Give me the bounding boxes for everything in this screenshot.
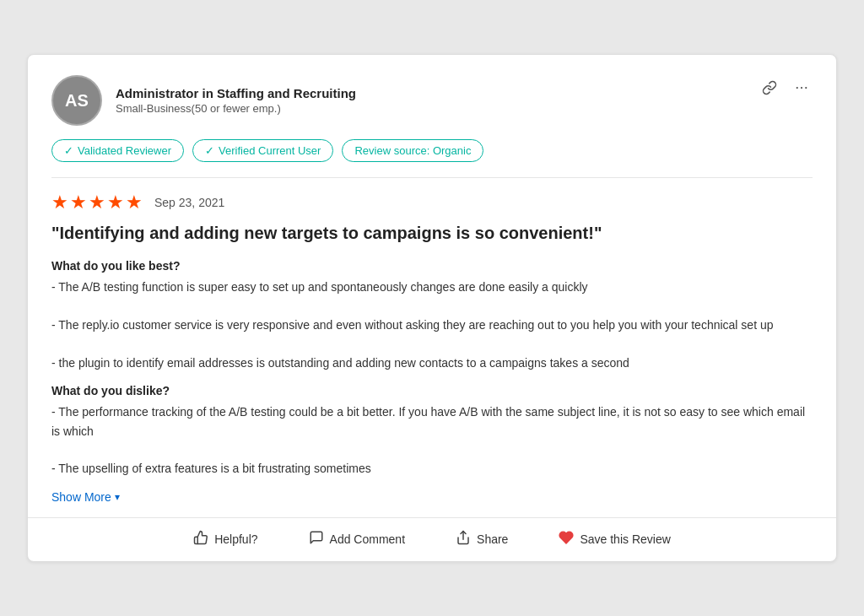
share-icon [456, 530, 471, 549]
verified-user-badge: ✓ Verified Current User [192, 139, 333, 162]
share-button[interactable]: Share [456, 530, 508, 549]
star-rating: ★ ★ ★ ★ ★ [51, 192, 143, 213]
share-label: Share [477, 532, 508, 546]
card-body: AS Administrator in Staffing and Recruit… [28, 55, 836, 517]
save-review-label: Save this Review [580, 532, 670, 546]
reviewer-sub: Small-Business(50 or fewer emp.) [116, 102, 356, 115]
section-divider [51, 177, 813, 178]
review-source-badge: Review source: Organic [342, 139, 483, 162]
comment-icon [309, 530, 324, 549]
badge-check-icon: ✓ [64, 144, 73, 157]
svg-point-0 [796, 87, 798, 89]
star-1: ★ [51, 192, 68, 213]
dislike-text: - The performance tracking of the A/B te… [51, 403, 813, 478]
show-more-button[interactable]: Show More ▾ [51, 490, 120, 504]
chevron-down-icon: ▾ [115, 491, 120, 503]
star-5: ★ [126, 192, 143, 213]
helpful-label: Helpful? [214, 532, 257, 546]
star-2: ★ [70, 192, 87, 213]
more-options-button[interactable] [791, 78, 813, 101]
validated-reviewer-badge: ✓ Validated Reviewer [51, 139, 184, 162]
helpful-button[interactable]: Helpful? [193, 530, 257, 549]
heart-icon [559, 530, 574, 549]
reviewer-info: AS Administrator in Staffing and Recruit… [51, 75, 356, 126]
review-title: "Identifying and adding new targets to c… [51, 222, 813, 244]
star-4: ★ [107, 192, 124, 213]
save-review-button[interactable]: Save this Review [559, 530, 670, 549]
svg-point-1 [801, 87, 802, 89]
add-comment-button[interactable]: Add Comment [309, 530, 405, 549]
header-icons [759, 75, 813, 101]
card-footer: Helpful? Add Comment Share [28, 517, 836, 561]
like-text: - The A/B testing function is super easy… [51, 278, 813, 372]
reviewer-details: Administrator in Staffing and Recruiting… [116, 86, 356, 115]
show-more-label: Show More [51, 490, 111, 504]
header-row: AS Administrator in Staffing and Recruit… [51, 75, 813, 126]
badge-check-icon-2: ✓ [205, 144, 214, 157]
review-date: Sep 23, 2021 [154, 196, 224, 209]
link-icon-button[interactable] [759, 78, 780, 101]
reviewer-name: Administrator in Staffing and Recruiting [116, 86, 356, 100]
like-label: What do you like best? [51, 259, 813, 273]
badges-row: ✓ Validated Reviewer ✓ Verified Current … [51, 139, 813, 162]
thumbs-up-icon [193, 530, 208, 549]
stars-date-row: ★ ★ ★ ★ ★ Sep 23, 2021 [51, 192, 813, 213]
avatar: AS [51, 75, 102, 126]
star-3: ★ [89, 192, 105, 213]
svg-point-2 [805, 87, 807, 89]
dislike-label: What do you dislike? [51, 384, 813, 397]
add-comment-label: Add Comment [330, 532, 405, 546]
review-card: AS Administrator in Staffing and Recruit… [27, 54, 837, 562]
